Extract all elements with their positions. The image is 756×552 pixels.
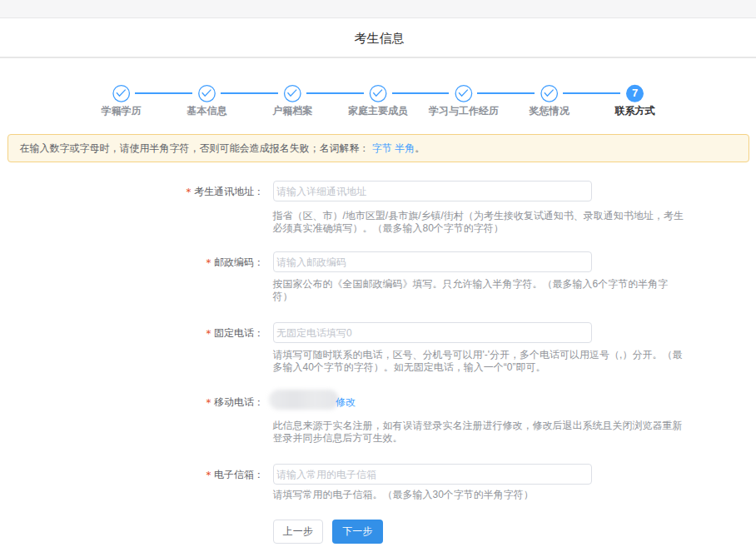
svg-text:7: 7 [632, 87, 638, 99]
